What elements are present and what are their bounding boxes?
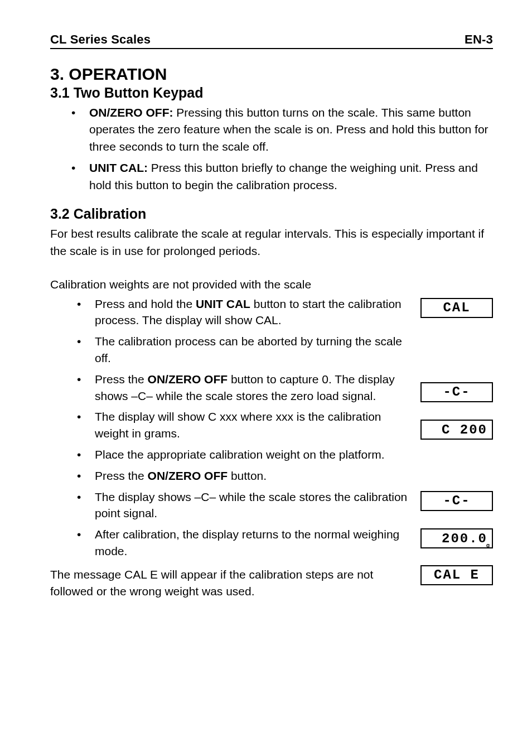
calibration-error-note: The message CAL E will appear if the cal…: [50, 566, 408, 600]
cal-step-1: Press and hold the UNIT CAL button to st…: [77, 296, 408, 329]
cal-step-3-pre: Press the: [95, 373, 148, 386]
keypad-item-onzero: ON/ZERO OFF: Pressing this button turns …: [71, 104, 493, 155]
display-c-200: C 200: [420, 420, 493, 440]
unitcal-text: Press this button briefly to change the …: [89, 161, 478, 191]
cal-step-6-post: button.: [228, 469, 267, 482]
unitcal-label: UNIT CAL:: [89, 161, 148, 174]
cal-step-8: After calibration, the display returns t…: [77, 526, 408, 560]
header-page: EN-3: [465, 32, 493, 47]
calibration-note: Calibration weights are not provided wit…: [50, 276, 493, 293]
cal-step-7-pre: The display shows –C– while the scale st…: [95, 490, 407, 520]
cal-step-6: Press the ON/ZERO OFF button.: [77, 468, 408, 484]
keypad-item-unitcal: UNIT CAL: Press this button briefly to c…: [71, 160, 493, 194]
header-title: CL Series Scales: [50, 32, 151, 47]
cal-step-4: The display will show C xxx where xxx is…: [77, 408, 408, 442]
cal-step-3-bold: ON/ZERO OFF: [148, 373, 228, 386]
cal-step-2: The calibration process can be aborted b…: [77, 333, 408, 367]
cal-step-1-bold: UNIT CAL: [196, 297, 250, 310]
cal-step-4-pre: The display will show C xxx where xxx is…: [95, 410, 381, 440]
display-c-dash-2: -C-: [420, 491, 493, 511]
cal-step-2-pre: The calibration process can be aborted b…: [95, 335, 402, 364]
onzero-label: ON/ZERO OFF:: [89, 106, 173, 119]
keypad-list: ON/ZERO OFF: Pressing this button turns …: [50, 104, 493, 194]
display-cal-e: CAL E: [420, 565, 493, 585]
calibration-intro: For best results calibrate the scale at …: [50, 225, 493, 259]
cal-step-5-pre: Place the appropriate calibration weight…: [95, 448, 384, 461]
subsection-keypad-heading: 3.1 Two Button Keypad: [50, 85, 493, 101]
cal-step-3: Press the ON/ZERO OFF button to capture …: [77, 371, 408, 405]
cal-step-1-pre: Press and hold the: [95, 297, 196, 310]
cal-step-8-pre: After calibration, the display returns t…: [95, 528, 399, 557]
cal-step-6-bold: ON/ZERO OFF: [148, 469, 228, 482]
display-200-0-unit: g: [486, 542, 490, 548]
display-200-0: 200.0 g: [420, 528, 493, 548]
cal-step-5: Place the appropriate calibration weight…: [77, 446, 408, 463]
subsection-calibration-heading: 3.2 Calibration: [50, 206, 493, 222]
display-cal: CAL: [420, 298, 493, 318]
display-200-0-value: 200.0: [442, 531, 487, 546]
cal-step-6-pre: Press the: [95, 469, 148, 482]
section-heading: 3. OPERATION: [50, 65, 493, 84]
display-c-dash: -C-: [420, 382, 493, 402]
page-header: CL Series Scales EN-3: [50, 32, 493, 49]
cal-step-7: The display shows –C– while the scale st…: [77, 489, 408, 522]
